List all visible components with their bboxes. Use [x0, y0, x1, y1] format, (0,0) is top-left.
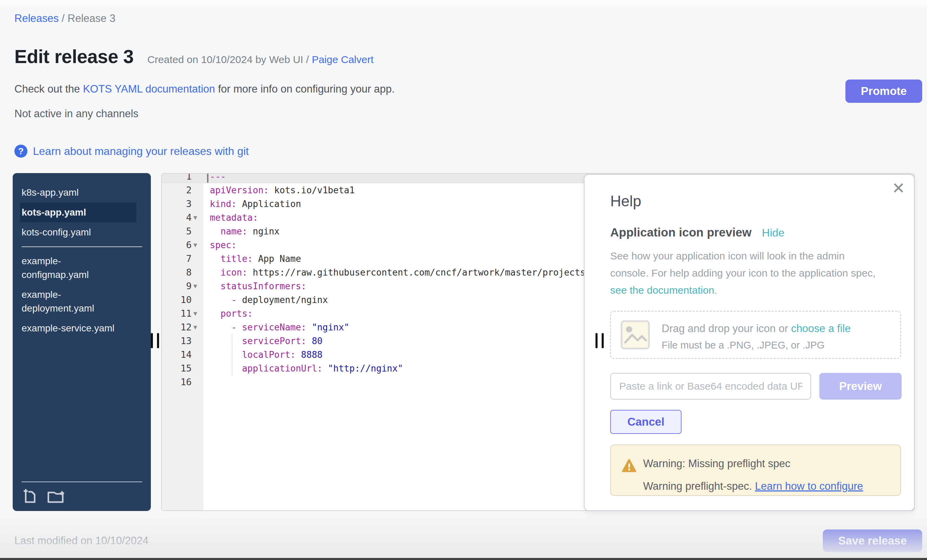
- fold-arrow-icon[interactable]: ▾: [193, 211, 203, 225]
- warning-title: Warning: Missing preflight spec: [643, 458, 790, 470]
- sidebar-footer: [21, 481, 142, 511]
- file-item-example-deployment.yaml[interactable]: example-deployment.yaml: [13, 285, 129, 319]
- breadcrumb-releases-link[interactable]: Releases: [14, 12, 59, 24]
- file-list-divider: [21, 246, 142, 247]
- line-number: 15: [162, 361, 203, 375]
- git-releases-link[interactable]: Learn about managing your releases with …: [33, 145, 249, 158]
- file-item-kots-config.yaml[interactable]: kots-config.yaml: [13, 222, 129, 242]
- warning-detail-pre: Warning preflight-spec.: [643, 480, 755, 492]
- close-icon[interactable]: ✕: [892, 180, 905, 196]
- doc-hint-line: Check out the KOTS YAML documentation fo…: [14, 83, 395, 95]
- author-link[interactable]: Paige Calvert: [312, 54, 373, 65]
- learn-configure-link[interactable]: Learn how to configure: [755, 480, 863, 492]
- warning-detail: Warning preflight-spec. Learn how to con…: [643, 480, 863, 492]
- desc-line-2: console. For help adding your icon to th…: [610, 267, 875, 279]
- sidebar-resize-handle-right-bar[interactable]: [157, 333, 159, 348]
- new-folder-icon[interactable]: [47, 488, 66, 504]
- line-number: 13: [162, 334, 203, 348]
- choose-file-link[interactable]: choose a file: [791, 322, 851, 334]
- preview-button[interactable]: Preview: [819, 373, 902, 400]
- file-tree-sidebar: k8s-app.yamlkots-app.yamlkots-config.yam…: [13, 173, 151, 511]
- page-bottom-strip: [0, 558, 927, 560]
- line-number: 14: [162, 348, 203, 361]
- fold-arrow-icon[interactable]: ▾: [193, 320, 203, 334]
- indent-guide: [232, 334, 233, 375]
- hide-link[interactable]: Hide: [762, 226, 784, 239]
- git-help-line: ? Learn about managing your releases wit…: [14, 145, 249, 158]
- kots-yaml-doc-link[interactable]: KOTS YAML documentation: [83, 83, 215, 95]
- help-panel: ✕ Help Application icon preview Hide See…: [584, 174, 915, 511]
- breadcrumb-separator: /: [59, 12, 68, 24]
- breadcrumb: Releases / Release 3: [14, 12, 115, 25]
- channel-status: Not active in any channels: [14, 108, 138, 120]
- line-number: 10: [162, 293, 203, 307]
- question-circle-icon: ?: [14, 145, 27, 158]
- help-panel-title: Help: [610, 193, 641, 210]
- desc-period: .: [714, 284, 717, 296]
- cancel-button[interactable]: Cancel: [610, 410, 682, 434]
- fold-arrow-icon[interactable]: ▾: [193, 279, 203, 293]
- icon-preview-description: See how your application icon will look …: [610, 247, 888, 299]
- line-number: 16: [162, 375, 203, 389]
- file-list: k8s-app.yamlkots-app.yamlkots-config.yam…: [13, 173, 151, 338]
- page-top-sheen: [0, 0, 927, 10]
- line-number: 7: [162, 252, 203, 266]
- created-text: Created on 10/10/2024 by Web UI /: [147, 54, 312, 65]
- icon-url-input[interactable]: [610, 373, 811, 400]
- fold-arrow-icon[interactable]: ▾: [193, 307, 203, 320]
- page-bottom-fade: [0, 513, 927, 558]
- new-file-icon[interactable]: [21, 488, 38, 504]
- dropzone-filetypes: File must be a .PNG, .JPEG, or .JPG: [662, 340, 825, 351]
- line-number: 5: [162, 225, 203, 238]
- icon-preview-header: Application icon preview Hide: [610, 226, 784, 239]
- page-title: Edit release 3: [14, 46, 134, 68]
- icon-preview-title: Application icon preview: [610, 226, 751, 239]
- created-subtitle: Created on 10/10/2024 by Web UI / Paige …: [147, 54, 374, 65]
- preflight-warning: Warning: Missing preflight spec Warning …: [610, 445, 901, 496]
- line-number: 2: [162, 184, 203, 197]
- see-documentation-link[interactable]: see the documentation: [610, 284, 714, 296]
- dropzone-text: Drag and drop your icon or choose a file: [662, 322, 851, 335]
- file-item-example-configmap.yaml[interactable]: example-configmap.yaml: [13, 251, 129, 285]
- file-item-k8s-app.yaml[interactable]: k8s-app.yaml: [13, 183, 129, 203]
- fold-arrow-icon[interactable]: ▾: [193, 238, 203, 252]
- line-number: 8: [162, 266, 203, 279]
- help-resize-handle-left-bar[interactable]: [596, 333, 597, 348]
- dropzone-text-pre: Drag and drop your icon or: [662, 322, 791, 334]
- help-resize-handle-right-bar[interactable]: [602, 333, 604, 348]
- file-item-kots-app.yaml[interactable]: kots-app.yaml: [20, 203, 137, 222]
- title-row: Edit release 3 Created on 10/10/2024 by …: [14, 46, 374, 68]
- text-cursor: [207, 174, 208, 183]
- doc-hint-post: for more info on configuring your app.: [215, 83, 395, 95]
- desc-line-1: See how your application icon will look …: [610, 250, 845, 261]
- image-placeholder-icon: [620, 320, 650, 350]
- file-item-example-service.yaml[interactable]: example-service.yaml: [13, 319, 129, 338]
- sidebar-resize-handle-left-bar[interactable]: [151, 333, 153, 348]
- line-number: 3: [162, 197, 203, 211]
- icon-dropzone[interactable]: Drag and drop your icon or choose a file…: [610, 311, 901, 359]
- doc-hint-pre: Check out the: [14, 83, 83, 95]
- breadcrumb-current: Release 3: [68, 12, 115, 24]
- line-number: 1: [162, 173, 203, 184]
- warning-triangle-icon: [622, 459, 636, 473]
- promote-button[interactable]: Promote: [845, 79, 922, 103]
